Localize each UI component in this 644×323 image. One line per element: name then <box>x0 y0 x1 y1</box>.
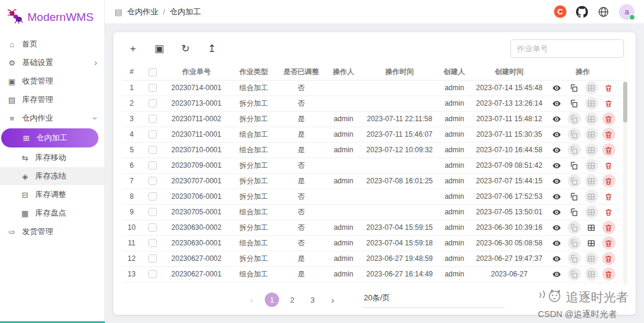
copy-button[interactable] <box>568 81 581 94</box>
sidebar-item-receive[interactable]: ▣ 收货管理 <box>0 72 104 90</box>
delete-button[interactable] <box>602 81 615 94</box>
select-all-checkbox[interactable] <box>148 68 157 76</box>
breadcrumb-section[interactable]: 仓内作业 <box>127 7 158 17</box>
adjust-button[interactable] <box>585 112 598 125</box>
view-button[interactable] <box>550 97 564 110</box>
sidebar-item-home[interactable]: ⌂ 首页 <box>0 35 104 53</box>
page-button-2[interactable]: 2 <box>285 293 299 307</box>
row-checkbox[interactable] <box>148 208 157 216</box>
delete-button[interactable] <box>602 128 615 141</box>
row-checkbox[interactable] <box>148 270 157 278</box>
view-button[interactable] <box>550 174 564 187</box>
row-checkbox[interactable] <box>148 239 157 247</box>
sidebar-item-inventory[interactable]: ▤ 库存管理 <box>0 91 104 109</box>
copy-button[interactable] <box>568 159 581 172</box>
view-button[interactable] <box>550 205 564 219</box>
adjust-button[interactable] <box>585 236 598 250</box>
sidebar-item-settings[interactable]: ⚙ 基础设置 › <box>0 54 104 72</box>
row-checkbox[interactable] <box>148 161 157 170</box>
copy-button[interactable] <box>568 252 581 265</box>
adjust-button[interactable] <box>585 190 598 203</box>
row-checkbox[interactable] <box>148 84 157 92</box>
breadcrumb-separator: / <box>163 7 165 16</box>
copy-button[interactable] <box>568 174 581 187</box>
delete-button[interactable] <box>602 205 615 219</box>
prev-page-button[interactable]: ‹ <box>244 293 259 307</box>
adjust-button[interactable] <box>585 81 598 94</box>
view-button[interactable] <box>550 143 564 156</box>
view-button[interactable] <box>550 252 564 265</box>
page-button-1[interactable]: 1 <box>265 293 279 307</box>
copy-button[interactable] <box>568 112 581 125</box>
delete-button[interactable] <box>602 190 615 203</box>
export-button[interactable]: ↥ <box>204 41 219 57</box>
row-checkbox[interactable] <box>148 130 157 139</box>
copy-button[interactable] <box>568 143 581 156</box>
row-checkbox[interactable] <box>148 254 157 263</box>
sidebar-item-processing[interactable]: ⊞ 仓内加工 <box>1 128 98 147</box>
view-button[interactable] <box>550 221 564 234</box>
adjust-button[interactable] <box>585 97 598 110</box>
scan-button[interactable]: ▣ <box>151 41 167 57</box>
row-actions <box>547 205 618 219</box>
copy-button[interactable] <box>568 221 581 234</box>
delete-button[interactable] <box>602 267 615 281</box>
view-button[interactable] <box>550 267 564 281</box>
row-checkbox[interactable] <box>148 223 157 232</box>
copy-button[interactable] <box>568 97 581 110</box>
adjust-button[interactable] <box>585 267 598 281</box>
copy-button[interactable] <box>568 190 581 203</box>
add-button[interactable]: + <box>125 41 141 57</box>
delete-button[interactable] <box>602 112 615 125</box>
delete-button[interactable] <box>602 174 615 187</box>
refresh-button[interactable]: ↻ <box>178 41 193 57</box>
search-input[interactable] <box>510 39 624 58</box>
view-button[interactable] <box>550 128 564 141</box>
sidebar-item-warehouse-ops[interactable]: ≡ 仓内作业 › <box>0 109 104 127</box>
row-checkbox[interactable] <box>148 192 157 201</box>
adjust-button[interactable] <box>585 174 598 187</box>
sidebar-item-stock-adjust[interactable]: ⊟ 库存调整 <box>0 186 104 204</box>
adjust-button[interactable] <box>585 252 598 265</box>
delete-button[interactable] <box>602 159 615 172</box>
row-checkbox[interactable] <box>148 115 157 123</box>
view-button[interactable] <box>550 112 564 125</box>
page-size-select[interactable]: 20条/页 <box>363 291 504 308</box>
sidebar-item-stock-move[interactable]: ⇆ 库存移动 <box>0 149 104 167</box>
adjust-button[interactable] <box>585 159 598 172</box>
view-button[interactable] <box>550 236 564 250</box>
view-button[interactable] <box>550 190 564 203</box>
adjust-button[interactable] <box>585 205 598 219</box>
delete-button[interactable] <box>602 221 615 234</box>
copy-button[interactable] <box>568 267 581 281</box>
sidebar-item-stock-count[interactable]: ▦ 库存盘点 <box>0 204 104 222</box>
next-page-button[interactable]: › <box>326 293 340 307</box>
delete-button[interactable] <box>602 252 615 265</box>
view-button[interactable] <box>550 81 564 94</box>
copy-button[interactable] <box>568 236 581 250</box>
app-logo[interactable]: ModernWMS <box>0 4 104 35</box>
view-button[interactable] <box>550 159 564 172</box>
row-checkbox[interactable] <box>148 99 157 107</box>
adjust-button[interactable] <box>585 221 598 234</box>
delete-button[interactable] <box>602 236 615 250</box>
csdn-icon[interactable]: C <box>554 5 566 18</box>
row-checkbox[interactable] <box>148 146 157 154</box>
copy-button[interactable] <box>568 205 581 219</box>
adjust-button[interactable] <box>585 128 598 141</box>
language-globe-icon[interactable] <box>597 6 609 18</box>
scrollbar-thumb[interactable] <box>623 82 627 122</box>
adjust-button[interactable] <box>585 143 598 156</box>
github-icon[interactable] <box>576 6 588 18</box>
sidebar-item-delivery[interactable]: ⇨ 发货管理 <box>0 223 104 241</box>
copy-button[interactable] <box>568 128 581 141</box>
job-type-cell: 拆分加工 <box>229 111 279 127</box>
row-checkbox[interactable] <box>148 177 157 185</box>
sidebar-item-stock-freeze[interactable]: ◈ 库存冻结 <box>0 167 104 185</box>
page-button-3[interactable]: 3 <box>305 293 320 307</box>
job-no-cell: 20230711-0002 <box>164 111 229 127</box>
delete-button[interactable] <box>602 97 615 110</box>
delete-button[interactable] <box>602 143 615 156</box>
scrollbar-track[interactable] <box>623 81 627 285</box>
user-avatar[interactable]: a <box>619 4 634 20</box>
